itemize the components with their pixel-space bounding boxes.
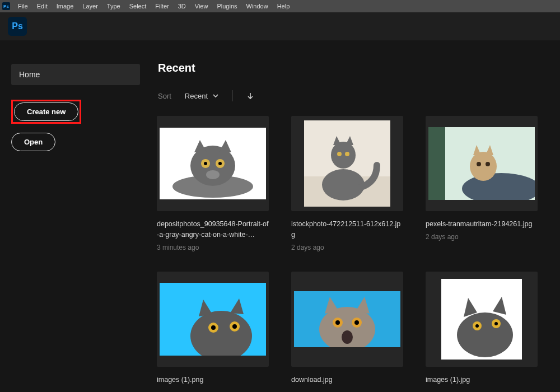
thumbnail-wrap — [426, 116, 538, 211]
svg-point-23 — [211, 325, 216, 330]
recent-card[interactable]: depositphotos_90935648-Portrait-of-a-gra… — [157, 116, 269, 251]
thumbnail-wrap — [157, 272, 269, 367]
menu-help[interactable]: Help — [273, 3, 295, 10]
menu-select[interactable]: Select — [125, 3, 151, 10]
svg-point-12 — [337, 152, 342, 156]
recent-card[interactable]: download.jpg — [291, 272, 403, 389]
thumbnail — [160, 128, 266, 199]
svg-rect-15 — [428, 127, 445, 200]
thumbnail-wrap — [426, 272, 538, 367]
chevron-down-icon — [212, 92, 219, 99]
svg-point-10 — [322, 169, 365, 200]
recent-card[interactable]: pexels-tranmautritam-2194261.jpg 2 days … — [426, 116, 538, 251]
thumbnail — [428, 127, 535, 200]
svg-point-4 — [204, 162, 207, 165]
menu-image[interactable]: Image — [52, 3, 78, 10]
arrow-down-icon — [246, 92, 254, 100]
menu-view[interactable]: View — [190, 3, 213, 10]
menu-edit[interactable]: Edit — [32, 3, 52, 10]
workspace: Home Create new Open Recent Sort Recent — [0, 40, 560, 392]
svg-point-29 — [335, 320, 340, 325]
sidebar: Home Create new Open — [0, 40, 157, 392]
ps-logo-icon: Ps — [8, 17, 27, 36]
cat-image-icon — [441, 279, 522, 360]
file-name: images (1).png — [157, 375, 269, 385]
file-name: istockphoto-472212511-612x612.jpg — [291, 219, 403, 240]
menu-plugins[interactable]: Plugins — [212, 3, 241, 10]
home-button[interactable]: Home — [11, 64, 140, 85]
main-panel: Recent Sort Recent — [157, 40, 560, 392]
menu-window[interactable]: Window — [242, 3, 273, 10]
sort-label: Sort — [158, 92, 171, 100]
section-title: Recent — [158, 62, 560, 74]
thumbnail — [160, 283, 266, 356]
recent-grid: depositphotos_90935648-Portrait-of-a-gra… — [157, 116, 560, 388]
menu-file[interactable]: File — [13, 3, 32, 10]
thumbnail — [304, 120, 390, 207]
svg-point-34 — [457, 312, 513, 357]
thumbnail-wrap — [157, 116, 269, 211]
file-time: 2 days ago — [291, 244, 403, 251]
svg-point-11 — [331, 142, 356, 169]
thumbnail-wrap — [291, 272, 403, 367]
sort-dropdown[interactable]: Recent — [185, 92, 219, 100]
recent-card[interactable]: images (1).png — [157, 272, 269, 389]
sort-value: Recent — [185, 92, 208, 100]
cat-image-icon — [160, 128, 266, 199]
app-header: Ps — [0, 12, 560, 40]
file-name: depositphotos_90935648-Portrait-of-a-gra… — [157, 219, 269, 240]
thumbnail — [294, 291, 400, 347]
file-name: pexels-tranmautritam-2194261.jpg — [426, 219, 538, 230]
file-name: images (1).jpg — [426, 375, 538, 385]
svg-point-25 — [232, 324, 237, 329]
menu-bar: Ps File Edit Image Layer Type Select Fil… — [0, 0, 560, 12]
recent-card[interactable]: istockphoto-472212511-612x612.jpg 2 days… — [291, 116, 403, 251]
svg-point-6 — [218, 162, 222, 165]
menu-3d[interactable]: 3D — [174, 3, 190, 10]
svg-point-13 — [345, 152, 349, 156]
sort-direction-button[interactable] — [246, 92, 254, 100]
tutorial-highlight: Create new — [11, 100, 81, 124]
menu-type[interactable]: Type — [102, 3, 125, 10]
svg-point-38 — [494, 322, 498, 325]
recent-card[interactable]: images (1).jpg — [426, 272, 538, 389]
svg-point-7 — [206, 170, 220, 179]
file-time: 3 minutes ago — [157, 244, 269, 251]
svg-point-18 — [477, 162, 481, 166]
cat-image-icon — [294, 291, 400, 347]
thumbnail — [441, 279, 522, 360]
create-new-button[interactable]: Create new — [14, 102, 78, 121]
menu-filter[interactable]: Filter — [151, 3, 173, 10]
cat-image-icon — [304, 120, 390, 207]
svg-point-17 — [470, 152, 497, 181]
thumbnail-wrap — [291, 116, 403, 211]
svg-point-31 — [354, 320, 359, 325]
open-button[interactable]: Open — [11, 133, 55, 151]
cat-image-icon — [428, 127, 535, 200]
svg-point-32 — [342, 330, 353, 344]
menu-layer[interactable]: Layer — [78, 3, 102, 10]
file-time: 2 days ago — [426, 233, 538, 241]
svg-point-36 — [475, 324, 479, 328]
sort-controls: Sort Recent — [157, 90, 560, 101]
divider — [232, 90, 233, 101]
cat-image-icon — [160, 283, 266, 356]
ps-mini-icon: Ps — [2, 2, 10, 10]
file-name: download.jpg — [291, 375, 403, 385]
svg-point-19 — [486, 162, 490, 166]
